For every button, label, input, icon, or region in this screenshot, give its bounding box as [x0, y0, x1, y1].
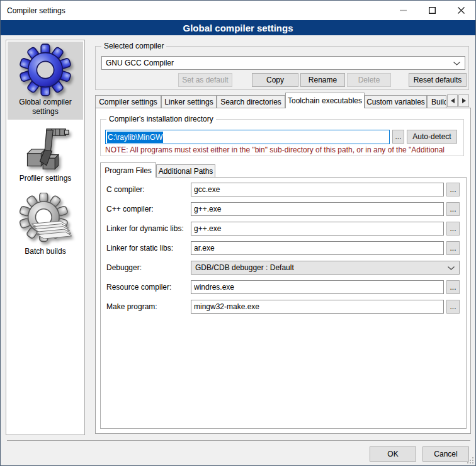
close-button[interactable] [446, 1, 475, 20]
sidebar-item-label: Global compiler settings [14, 98, 77, 116]
chevron-down-icon [448, 266, 455, 270]
gray-gear-stack-icon [18, 193, 72, 247]
dynamic-linker-input[interactable] [191, 222, 444, 236]
field-browse-button[interactable]: ... [446, 280, 460, 294]
compiler-select[interactable]: GNU GCC Compiler [101, 56, 465, 70]
install-dir-input[interactable]: C:\raylib\MinGW [105, 130, 390, 144]
minimize-icon [400, 7, 407, 14]
reset-defaults-button[interactable]: Reset defaults [409, 73, 467, 87]
minimize-button[interactable] [388, 1, 417, 20]
tab-build-options[interactable]: Build [427, 95, 446, 108]
subtab-program-files[interactable]: Program Files [100, 162, 156, 178]
field-label: Make program: [106, 300, 157, 314]
tab-compiler-settings[interactable]: Compiler settings [95, 95, 161, 108]
resize-grip[interactable] [466, 456, 473, 463]
subtab-additional-paths[interactable]: Additional Paths [156, 164, 215, 177]
ok-button[interactable]: OK [370, 446, 416, 462]
field-label: Resource compiler: [106, 280, 171, 294]
maximize-icon [429, 7, 436, 14]
left-arrow-icon [451, 98, 455, 103]
field-label: Linker for static libs: [106, 241, 173, 255]
tab-scroll-left-button[interactable] [447, 94, 458, 107]
sidebar-item-profiler-settings[interactable]: Profiler settings [8, 125, 83, 188]
field-label: Debugger: [106, 261, 142, 275]
chevron-down-icon [453, 62, 460, 65]
field-label: C compiler: [106, 183, 145, 196]
make-program-input[interactable] [191, 300, 444, 314]
field-label: C++ compiler: [106, 202, 154, 216]
debugger-select-value: GDB/CDB debugger : Default [195, 263, 294, 272]
dialog-header-title: Global compiler settings [183, 23, 293, 33]
field-browse-button[interactable]: ... [446, 202, 460, 216]
resource-compiler-input[interactable] [191, 280, 444, 294]
sidebar-item-batch-builds[interactable]: Batch builds [8, 191, 83, 263]
blue-gear-icon [19, 43, 72, 96]
tab-search-directories[interactable]: Search directories [217, 95, 285, 108]
tab-linker-settings[interactable]: Linker settings [161, 95, 217, 108]
sidebar-item-label: Batch builds [8, 247, 83, 256]
field-browse-button[interactable]: ... [446, 241, 460, 255]
copy-button[interactable]: Copy [252, 73, 298, 87]
compiler-select-value: GNU GCC Compiler [106, 59, 174, 67]
delete-button: Delete [347, 73, 391, 87]
cpp-compiler-input[interactable] [191, 202, 444, 216]
browse-button[interactable]: ... [392, 130, 404, 144]
dialog-header: Global compiler settings [1, 20, 475, 35]
tab-toolchain-executables[interactable]: Toolchain executables [285, 93, 365, 108]
c-compiler-input[interactable] [191, 183, 444, 196]
caliper-icon [21, 126, 69, 174]
static-linker-input[interactable] [191, 241, 444, 255]
field-label: Linker for dynamic libs: [106, 222, 184, 236]
field-browse-button[interactable]: ... [446, 300, 460, 314]
sidebar-item-global-compiler-settings[interactable]: Global compiler settings [8, 42, 83, 120]
sidebar-item-label: Profiler settings [8, 174, 83, 183]
cancel-button[interactable]: Cancel [422, 446, 469, 462]
sidebar: Global compiler settings [6, 40, 85, 435]
field-browse-button[interactable]: ... [446, 183, 460, 196]
set-as-default-button: Set as default [178, 73, 232, 87]
groupbox-legend: Selected compiler [101, 42, 166, 50]
window-title: Compiler settings [1, 6, 65, 15]
groupbox-legend: Compiler's installation directory [106, 115, 216, 123]
field-browse-button[interactable]: ... [446, 222, 460, 236]
footer-separator [7, 440, 470, 441]
selected-text: C:\raylib\MinGW [107, 132, 163, 143]
right-arrow-icon [462, 98, 466, 103]
tab-custom-variables[interactable]: Custom variables [365, 95, 427, 108]
tab-scroll-right-button[interactable] [458, 94, 469, 107]
note-text: NOTE: All programs must exist either in … [105, 145, 462, 154]
autodetect-button[interactable]: Auto-detect [407, 130, 457, 144]
debugger-select[interactable]: GDB/CDB debugger : Default [191, 261, 460, 275]
rename-button[interactable]: Rename [300, 73, 345, 87]
maximize-button[interactable] [417, 1, 446, 20]
compiler-settings-dialog: Compiler settings Global compiler settin… [0, 0, 476, 466]
close-icon [458, 7, 465, 14]
